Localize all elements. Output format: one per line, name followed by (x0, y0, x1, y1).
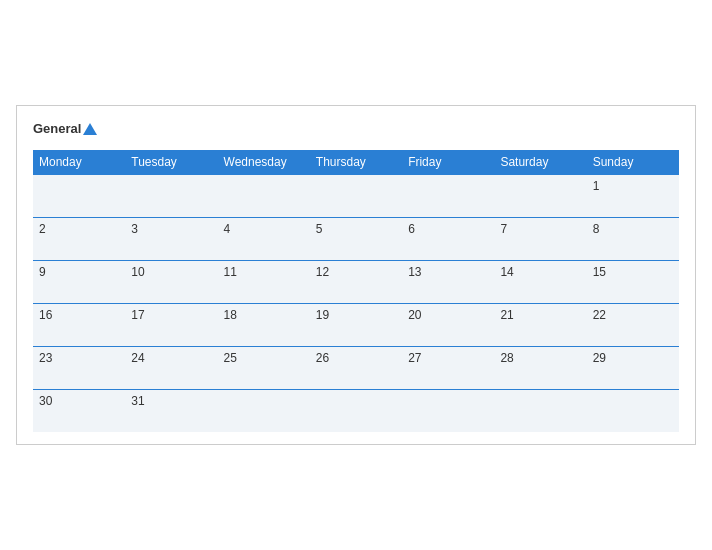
calendar-cell (494, 390, 586, 433)
calendar-cell: 14 (494, 261, 586, 304)
week-row-2: 9101112131415 (33, 261, 679, 304)
calendar-cell: 19 (310, 304, 402, 347)
week-row-4: 23242526272829 (33, 347, 679, 390)
calendar-cell: 6 (402, 218, 494, 261)
calendar-cell: 12 (310, 261, 402, 304)
calendar-cell: 18 (218, 304, 310, 347)
calendar-cell: 9 (33, 261, 125, 304)
calendar-cell: 10 (125, 261, 217, 304)
logo: General (33, 122, 97, 136)
calendar-cell: 11 (218, 261, 310, 304)
calendar-cell (218, 390, 310, 433)
calendar-cell: 22 (587, 304, 679, 347)
calendar-cell: 5 (310, 218, 402, 261)
calendar-cell: 15 (587, 261, 679, 304)
week-row-0: 1 (33, 175, 679, 218)
calendar-cell: 28 (494, 347, 586, 390)
calendar-cell: 7 (494, 218, 586, 261)
calendar-cell (587, 390, 679, 433)
week-row-3: 16171819202122 (33, 304, 679, 347)
days-header-row: MondayTuesdayWednesdayThursdayFridaySatu… (33, 150, 679, 175)
calendar-cell (310, 390, 402, 433)
calendar-cell: 2 (33, 218, 125, 261)
calendar-cell: 24 (125, 347, 217, 390)
calendar-cell: 17 (125, 304, 217, 347)
calendar: General MondayTuesdayWednesdayThursdayFr… (16, 105, 696, 445)
calendar-cell: 23 (33, 347, 125, 390)
logo-general-text: General (33, 122, 97, 136)
calendar-table: MondayTuesdayWednesdayThursdayFridaySatu… (33, 150, 679, 432)
calendar-cell: 4 (218, 218, 310, 261)
day-header-saturday: Saturday (494, 150, 586, 175)
calendar-cell: 13 (402, 261, 494, 304)
calendar-cell: 21 (494, 304, 586, 347)
day-header-sunday: Sunday (587, 150, 679, 175)
calendar-cell (402, 390, 494, 433)
calendar-cell (33, 175, 125, 218)
calendar-cell (494, 175, 586, 218)
calendar-header: General (33, 122, 679, 136)
week-row-1: 2345678 (33, 218, 679, 261)
calendar-cell (310, 175, 402, 218)
day-header-thursday: Thursday (310, 150, 402, 175)
calendar-cell: 29 (587, 347, 679, 390)
calendar-cell: 26 (310, 347, 402, 390)
calendar-cell: 20 (402, 304, 494, 347)
calendar-cell: 25 (218, 347, 310, 390)
calendar-cell: 16 (33, 304, 125, 347)
calendar-cell (218, 175, 310, 218)
calendar-cell (402, 175, 494, 218)
calendar-cell: 1 (587, 175, 679, 218)
day-header-monday: Monday (33, 150, 125, 175)
week-row-5: 3031 (33, 390, 679, 433)
calendar-cell: 31 (125, 390, 217, 433)
day-header-friday: Friday (402, 150, 494, 175)
day-header-wednesday: Wednesday (218, 150, 310, 175)
calendar-body: 1234567891011121314151617181920212223242… (33, 175, 679, 433)
logo-triangle-icon (83, 123, 97, 135)
calendar-cell: 27 (402, 347, 494, 390)
calendar-cell: 3 (125, 218, 217, 261)
calendar-cell: 30 (33, 390, 125, 433)
day-header-tuesday: Tuesday (125, 150, 217, 175)
calendar-cell: 8 (587, 218, 679, 261)
calendar-cell (125, 175, 217, 218)
